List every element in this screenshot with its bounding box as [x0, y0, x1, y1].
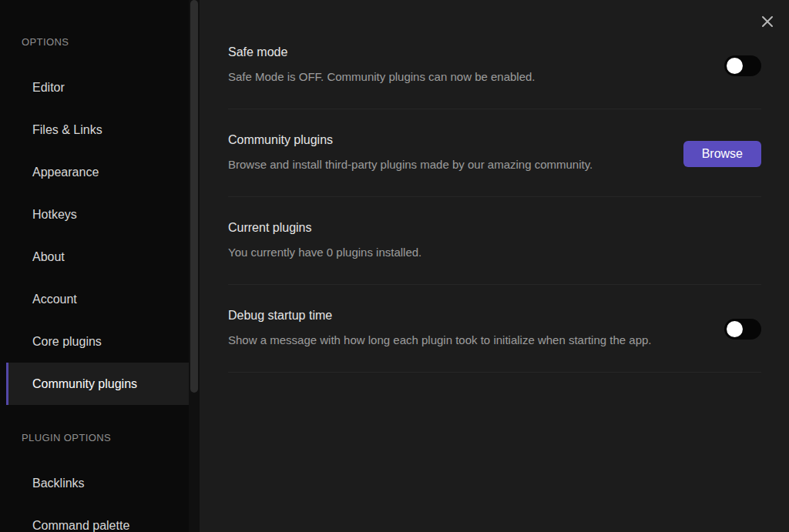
setting-title: Current plugins [228, 219, 761, 237]
sidebar-section-header: PLUGIN OPTIONS [0, 431, 189, 445]
setting-description: Show a message with how long each plugin… [228, 329, 706, 352]
sidebar-item-files-links[interactable]: Files & Links [0, 109, 189, 151]
sidebar-item-community-plugins[interactable]: Community plugins [6, 363, 189, 405]
settings-modal: OPTIONSEditorFiles & LinksAppearanceHotk… [0, 0, 789, 532]
sidebar-item-core-plugins[interactable]: Core plugins [0, 320, 189, 363]
toggle-knob [727, 58, 743, 74]
scrollbar-thumb[interactable] [190, 0, 198, 393]
sidebar-scrollbar[interactable] [189, 0, 200, 532]
sidebar-item-about[interactable]: About [0, 236, 189, 278]
settings-content: Safe modeSafe Mode is OFF. Community plu… [200, 0, 789, 532]
setting-title: Debug startup time [228, 306, 706, 325]
close-icon [760, 14, 775, 29]
sidebar-item-editor[interactable]: Editor [0, 66, 189, 109]
toggle-knob [727, 321, 743, 337]
setting-info: Debug startup timeShow a message with ho… [228, 306, 706, 352]
setting-title: Safe mode [228, 43, 706, 62]
setting-title: Community plugins [228, 131, 665, 149]
setting-info: Current pluginsYou currently have 0 plug… [228, 219, 761, 264]
sidebar-item-appearance[interactable]: Appearance [0, 151, 189, 193]
setting-item-safe-mode: Safe modeSafe Mode is OFF. Community plu… [228, 22, 761, 109]
sidebar-section-header: OPTIONS [0, 35, 189, 49]
toggle-debug-startup-time[interactable] [724, 319, 761, 340]
settings-list: Safe modeSafe Mode is OFF. Community plu… [228, 22, 761, 373]
sidebar-item-hotkeys[interactable]: Hotkeys [0, 193, 189, 236]
settings-sidebar: OPTIONSEditorFiles & LinksAppearanceHotk… [0, 0, 189, 532]
browse-button[interactable]: Browse [683, 141, 761, 167]
setting-info: Community pluginsBrowse and install thir… [228, 131, 665, 176]
sidebar-item-account[interactable]: Account [0, 278, 189, 320]
setting-item-community-plugins: Community pluginsBrowse and install thir… [228, 109, 761, 197]
sidebar-item-command-palette[interactable]: Command palette [0, 504, 189, 532]
close-button[interactable] [757, 11, 778, 32]
setting-item-debug-startup-time: Debug startup timeShow a message with ho… [228, 285, 761, 373]
setting-description: Safe Mode is OFF. Community plugins can … [228, 65, 706, 89]
setting-info: Safe modeSafe Mode is OFF. Community plu… [228, 43, 706, 89]
toggle-safe-mode[interactable] [724, 55, 761, 76]
setting-description: Browse and install third-party plugins m… [228, 153, 665, 176]
setting-description: You currently have 0 plugins installed. [228, 241, 761, 264]
sidebar-item-backlinks[interactable]: Backlinks [0, 462, 189, 504]
setting-item-current-plugins: Current pluginsYou currently have 0 plug… [228, 197, 761, 285]
